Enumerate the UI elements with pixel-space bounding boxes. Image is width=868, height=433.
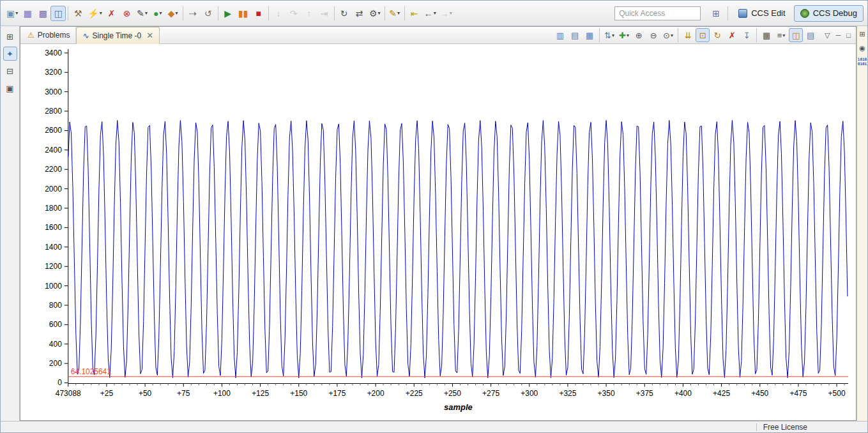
grid-icon-glyph: ▦ xyxy=(763,31,770,40)
sort-icon[interactable]: ⇅▾ xyxy=(602,28,616,42)
run-icon[interactable]: ●▾ xyxy=(150,6,165,21)
last-edit-icon[interactable]: ⇤ xyxy=(407,6,422,21)
zoom-out-icon[interactable]: ⊖ xyxy=(646,28,660,42)
perspective-ccs-edit[interactable]: CCS Edit xyxy=(732,5,791,22)
properties-icon[interactable]: ▤ xyxy=(803,28,818,42)
legend-icon[interactable]: ≡▾ xyxy=(774,28,788,42)
save-all-icon[interactable]: ▩ xyxy=(35,6,50,21)
tab-single-time-0[interactable]: ∿ Single Time -0 ✕ xyxy=(76,27,160,44)
pen-icon[interactable]: ✎▾ xyxy=(135,6,150,21)
skip-breakpoints-icon[interactable]: ⇢ xyxy=(185,6,201,21)
profile-icon[interactable]: ◆▾ xyxy=(165,6,181,21)
settings-icon[interactable]: ⚙▾ xyxy=(367,6,383,21)
memory-browser-icon[interactable]: 10100101 xyxy=(858,57,867,66)
x-tick-label: +400 xyxy=(674,389,692,398)
memory-browser-text: 1010 xyxy=(858,57,867,61)
scroll-lock-icon[interactable]: ⇊ xyxy=(681,28,695,42)
step-into-icon[interactable]: ↓ xyxy=(271,6,286,21)
zoom-in-icon[interactable]: ⊕ xyxy=(632,28,646,42)
forward-icon[interactable]: →▾ xyxy=(438,6,454,21)
dock-view-icon[interactable]: ▦ xyxy=(582,28,597,42)
x-tick-label: +325 xyxy=(559,389,576,398)
step-return-icon[interactable]: ↑ xyxy=(301,6,317,21)
dropdown-arrow-icon: ▾ xyxy=(159,10,162,16)
close-tab-icon[interactable]: ✕ xyxy=(146,31,153,40)
step-over-icon[interactable]: ↷ xyxy=(286,6,301,21)
dropdown-arrow-icon: ▾ xyxy=(176,10,178,16)
tab-problems[interactable]: ⚠ Problems xyxy=(22,27,76,43)
x-tick-label: +275 xyxy=(482,389,499,398)
legend-icon-glyph: ≡ xyxy=(777,31,782,40)
view-menu-icon[interactable]: ▽ xyxy=(825,31,830,40)
maximize-icon[interactable]: □ xyxy=(846,31,851,39)
graph-area[interactable]: 0200400600800100012001400160018002000220… xyxy=(20,44,856,420)
view-controls: ▽─□ xyxy=(819,31,856,40)
open-perspective-icon[interactable]: ⊞ xyxy=(708,6,724,21)
search-icon[interactable]: ⊙▾ xyxy=(661,28,675,42)
properties-icon-glyph: ▤ xyxy=(807,31,814,40)
x-tick-label: +450 xyxy=(751,389,768,398)
add-graph-icon[interactable]: ✚▾ xyxy=(617,28,631,42)
x-tick-label: +50 xyxy=(139,389,152,398)
y-tick-label: 0 xyxy=(57,378,62,387)
x-tick-label: +100 xyxy=(213,389,231,398)
export-data-icon-glyph: ↧ xyxy=(743,31,750,40)
build-icon[interactable]: ⚒ xyxy=(70,6,86,21)
export-data-icon[interactable]: ↧ xyxy=(740,28,754,42)
y-tick-label: 1600 xyxy=(45,223,62,232)
waveform-chart[interactable]: 0200400600800100012001400160018002000220… xyxy=(20,44,856,420)
trace-icon[interactable]: ✎▾ xyxy=(387,6,402,21)
auto-scale-icon[interactable]: ⊡ xyxy=(696,28,710,42)
left-view-strip: ⊞✦⊟▣ xyxy=(1,26,20,421)
quick-access-input[interactable] xyxy=(614,6,701,20)
expressions-view-icon[interactable]: ◉ xyxy=(858,43,867,53)
flash-icon[interactable]: ⚡▾ xyxy=(86,6,103,21)
minimize-icon[interactable]: ─ xyxy=(836,31,841,39)
suspend-icon[interactable]: ▮▮ xyxy=(236,6,251,21)
dropdown-arrow-icon: ▾ xyxy=(397,10,400,16)
debug-perspective-icon[interactable]: ✦ xyxy=(3,47,17,61)
dropdown-arrow-icon: ▾ xyxy=(782,33,785,38)
x-tick-label: +200 xyxy=(367,389,385,398)
measure-icon[interactable]: ◫ xyxy=(789,28,803,42)
y-tick-label: 1800 xyxy=(45,204,62,213)
x-tick-label: +25 xyxy=(100,389,114,398)
toolbar-separator xyxy=(218,6,218,20)
restart-icon[interactable]: ↻ xyxy=(337,6,352,21)
console-view-icon[interactable]: ▣ xyxy=(3,81,17,95)
step-return-icon-glyph: ↑ xyxy=(307,9,311,18)
restore-editor-icon[interactable]: ⊞ xyxy=(3,29,17,43)
new-wizard-icon[interactable]: ▣▾ xyxy=(4,6,20,21)
target-config-icon[interactable]: ◫ xyxy=(50,6,66,21)
back-icon[interactable]: ←▾ xyxy=(422,6,438,21)
restore-view-icon[interactable]: ⊟ xyxy=(3,64,17,78)
add-graph-icon-glyph: ✚ xyxy=(619,31,626,40)
grid-icon[interactable]: ▦ xyxy=(759,28,773,42)
instruction-step-icon[interactable]: ⇥ xyxy=(317,6,332,21)
save-all-icon-glyph: ▩ xyxy=(39,9,47,18)
ccs-debug-icon xyxy=(800,9,809,18)
refresh-icon[interactable]: ⇄ xyxy=(352,6,367,21)
reset-view-icon[interactable]: ↻ xyxy=(710,28,724,42)
clear-graph-icon[interactable]: ✗ xyxy=(725,28,739,42)
terminate-all-icon[interactable]: ⊗ xyxy=(119,6,135,21)
combine-graphs-icon[interactable]: ▥ xyxy=(553,28,567,42)
perspective-ccs-debug[interactable]: CCS Debug xyxy=(794,5,864,22)
resume-icon[interactable]: ▶ xyxy=(220,6,236,21)
terminate-icon[interactable]: ■ xyxy=(251,6,266,21)
restore-panel-icon[interactable]: ⊞ xyxy=(858,29,867,39)
dropdown-arrow-icon: ▾ xyxy=(145,10,148,16)
float-view-icon[interactable]: ▤ xyxy=(568,28,582,42)
cancel-build-icon[interactable]: ✗ xyxy=(104,6,119,21)
y-tick-label: 400 xyxy=(49,340,62,349)
perspective-switcher: ⊞ CCS Edit CCS Debug xyxy=(708,5,864,22)
y-tick-label: 2800 xyxy=(45,107,62,116)
x-tick-label: +475 xyxy=(789,389,807,398)
toolbar-separator xyxy=(68,6,68,20)
save-icon[interactable]: ▦ xyxy=(20,6,35,21)
dropdown-arrow-icon: ▾ xyxy=(450,10,452,16)
reset-target-icon[interactable]: ↺ xyxy=(201,6,216,21)
x-tick-label: +175 xyxy=(328,389,346,398)
x-tick-label: +375 xyxy=(636,389,653,398)
y-tick-label: 1000 xyxy=(45,282,62,291)
